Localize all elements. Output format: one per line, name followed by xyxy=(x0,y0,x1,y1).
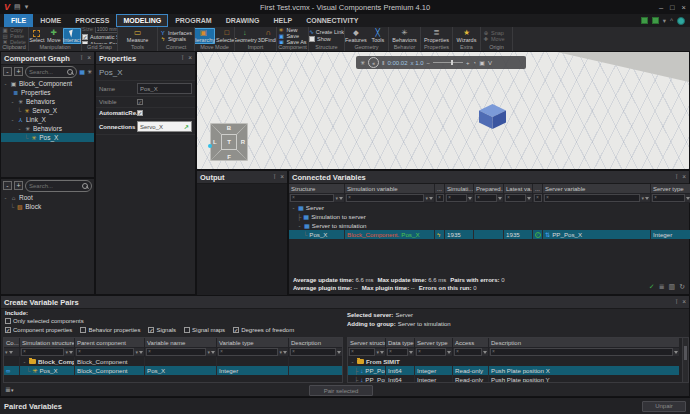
filter-funnel-icon[interactable] xyxy=(339,197,343,200)
signals-button[interactable]: ϟSignals xyxy=(160,37,192,42)
filter-input[interactable]: × xyxy=(490,348,673,356)
filter-input[interactable]: × xyxy=(505,194,526,202)
sim-row-pos-x[interactable]: ∞ └✳Pos_X Block_Component Pos_X Integer xyxy=(4,366,342,375)
tree-item-behaviors-2[interactable]: -✳Behaviors xyxy=(1,124,94,133)
search-input[interactable] xyxy=(29,183,80,189)
filter-funnel-icon[interactable] xyxy=(674,351,678,354)
copy-button[interactable]: ▣Copy xyxy=(2,28,26,33)
pin-icon[interactable]: ⊺ xyxy=(273,173,276,181)
filter-input[interactable]: × xyxy=(475,194,497,202)
server-row-pp-pos-y[interactable]: ├↓PP_Pos_Y Int64 Integer Read-only Push … xyxy=(348,375,688,383)
layout-caret-icon[interactable]: ▾ xyxy=(663,17,666,25)
filter-funnel-icon[interactable] xyxy=(447,351,451,354)
col-variable-type[interactable]: Variable type xyxy=(217,338,289,348)
quick-access-caret-icon[interactable]: ▾ xyxy=(25,3,29,11)
filter-funnel-icon[interactable] xyxy=(645,197,649,200)
filter-input[interactable]: × xyxy=(454,348,482,356)
signals-checkbox[interactable]: ✓Signals xyxy=(148,327,176,333)
component-properties-checkbox[interactable]: ✓Component properties xyxy=(5,327,72,333)
view-navigation-cube[interactable]: B L R F T xyxy=(210,123,248,161)
col-description[interactable]: Description xyxy=(489,338,679,348)
wizards-button[interactable]: ★Wizards xyxy=(453,28,480,44)
select-button[interactable]: Select xyxy=(29,28,45,44)
grid-size-field[interactable]: Size1000 mm xyxy=(82,27,117,33)
component-save-button[interactable]: ▣Save xyxy=(278,34,306,39)
tab-drawing[interactable]: DRAWING xyxy=(219,14,267,27)
collapse-all-button[interactable]: - xyxy=(3,181,12,190)
tree-item-block[interactable]: └▧Block xyxy=(1,202,94,211)
close-icon[interactable]: × xyxy=(280,173,284,181)
list-pairs-icon[interactable]: ≣ xyxy=(659,283,665,291)
behavior-properties-checkbox[interactable]: Behavior properties xyxy=(80,327,140,333)
validate-pairs-icon[interactable]: ✓ xyxy=(649,283,655,291)
speed-slider[interactable] xyxy=(433,62,463,63)
col-prepared-value[interactable]: Prepared... xyxy=(474,184,504,194)
col-icon-2[interactable]: ... xyxy=(533,184,543,194)
sim-play-pause-button[interactable]: ‖ xyxy=(382,60,384,66)
tab-modeling[interactable]: MODELING xyxy=(116,14,168,27)
slider-thumb[interactable] xyxy=(451,60,453,65)
filter-input[interactable]: × xyxy=(146,348,206,356)
grid-size-value[interactable]: 1000 mm xyxy=(95,27,117,33)
minimize-button[interactable]: – xyxy=(659,3,663,12)
col-structure[interactable]: Structure xyxy=(289,184,345,194)
show-checkbox[interactable]: Show xyxy=(309,36,344,42)
pin-icon[interactable]: ⊺ xyxy=(181,54,184,62)
expand-all-button[interactable]: + xyxy=(14,181,23,190)
connection-link-icon[interactable]: ↗ xyxy=(184,123,189,130)
col-variable-name[interactable]: Variable name xyxy=(145,338,217,348)
collapse-ribbon-icon[interactable]: ^ xyxy=(670,17,673,24)
pairs-options-menu-icon[interactable]: ≣▾ xyxy=(5,386,13,394)
behaviors-button[interactable]: ✳Behaviors xyxy=(389,28,420,44)
pin-icon[interactable]: ⊺ xyxy=(675,298,678,306)
create-link-button[interactable]: ∿Create Link xyxy=(309,30,344,35)
filter-funnel-icon[interactable] xyxy=(429,197,433,200)
sim-recorder-icon[interactable]: ▣ xyxy=(479,59,485,66)
col-access[interactable]: Access xyxy=(453,338,489,348)
filter-funnel-icon[interactable] xyxy=(527,197,531,200)
filter-input[interactable]: × xyxy=(21,348,64,356)
automatic-checkbox[interactable]: ✓ xyxy=(137,110,143,116)
sim-settings-gear-icon[interactable]: ✳ xyxy=(360,59,365,66)
filter-funnel-icon[interactable] xyxy=(380,351,384,354)
tree-item-pos-x[interactable]: └✳Pos_X xyxy=(1,133,94,142)
quick-save-icon[interactable]: ▤ xyxy=(14,3,21,11)
tree-item-link-x[interactable]: -YLink_X xyxy=(1,115,94,124)
pin-icon[interactable]: ⊺ xyxy=(675,173,678,181)
move-button[interactable]: ✚Move xyxy=(46,28,62,44)
col-description[interactable]: Description xyxy=(289,338,342,348)
filter-funnel-icon[interactable] xyxy=(211,351,215,354)
3dfindit-button[interactable]: ∩3DFindit xyxy=(258,28,276,44)
visible-checkbox[interactable]: ✓ xyxy=(137,99,143,105)
account-avatar[interactable] xyxy=(677,17,685,25)
speed-minus-icon[interactable]: − xyxy=(427,60,431,66)
col-server-structure[interactable]: Server structure xyxy=(348,338,386,348)
output-log-area[interactable] xyxy=(197,184,287,307)
close-button[interactable]: × xyxy=(682,3,686,12)
selected-move-button[interactable]: □Selected xyxy=(216,28,234,44)
tree-item-root[interactable]: -⌂Root xyxy=(1,193,94,202)
close-icon[interactable]: × xyxy=(682,173,686,181)
col-simulation-structure[interactable]: Simulation structure xyxy=(20,338,75,348)
pair-selected-button[interactable]: Pair selected xyxy=(309,385,373,396)
paired-variables-bar[interactable]: Paired Variables Unpair xyxy=(0,397,690,414)
filter-funnel-icon[interactable] xyxy=(283,351,287,354)
tab-process[interactable]: PROCESS xyxy=(68,14,116,27)
only-selected-checkbox[interactable]: Only selected components xyxy=(5,318,84,324)
col-icon-1[interactable]: ... xyxy=(435,184,445,194)
sim-row-block-component[interactable]: -Block_Component Block_Component xyxy=(4,357,342,366)
col-connect[interactable]: Co... xyxy=(4,338,20,348)
app-logo[interactable]: V xyxy=(4,2,10,12)
filter-input[interactable]: × xyxy=(436,194,444,202)
filter-funnel-icon[interactable] xyxy=(9,351,13,354)
server-row-pp-pos-x[interactable]: ├↓PP_Pos_X Int64 Integer Read-only Push … xyxy=(348,366,688,375)
speed-plus-icon[interactable]: + xyxy=(466,60,470,66)
filter-input[interactable]: × xyxy=(534,194,542,202)
cv-row-server-to-simulation[interactable]: -▦Server to simulation xyxy=(289,221,689,230)
tree-item-behaviors[interactable]: -✳Behaviors xyxy=(1,97,94,106)
expand-all-button[interactable]: + xyxy=(14,67,23,76)
signal-maps-checkbox[interactable]: Signal maps xyxy=(184,327,225,333)
3d-viewport[interactable]: ✳ « ‖ 0:00.02 x 1.0 − + ◔ ▣ V B L R F T xyxy=(196,51,690,170)
interfaces-button[interactable]: YInterfaces xyxy=(160,31,192,36)
filter-input[interactable]: × xyxy=(544,194,640,202)
